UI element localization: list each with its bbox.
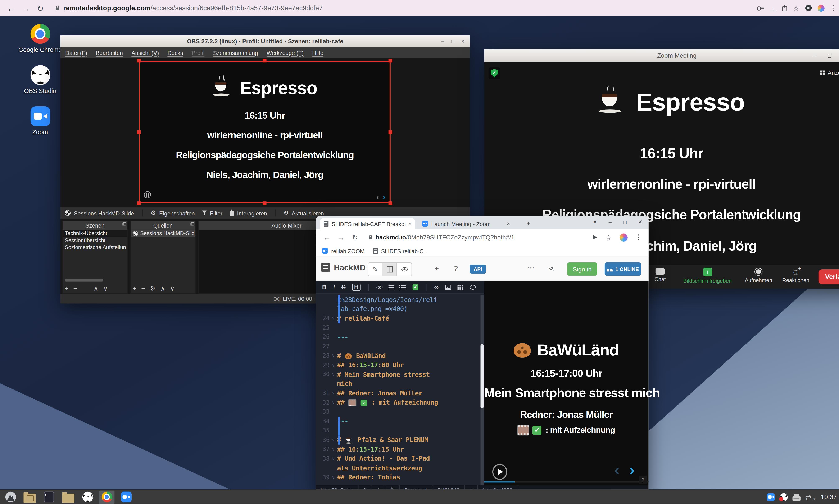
next-slide-icon[interactable]: ›	[629, 461, 635, 479]
taskbar-screenshot-folder-icon[interactable]	[22, 490, 37, 504]
obs-menu-werkzeuge-t[interactable]: Werkzeuge (T)	[267, 50, 304, 56]
close-icon[interactable]: ×	[461, 38, 464, 44]
fold-chevron-icon[interactable]: ∨	[329, 363, 337, 367]
maximize-icon[interactable]: □	[451, 38, 454, 44]
tray-printer-icon[interactable]	[792, 496, 800, 501]
fold-chevron-icon[interactable]: ∨	[329, 316, 337, 321]
scenes-panel-header[interactable]: Szenen	[63, 221, 127, 230]
online-count-button[interactable]: 1 ONLINE	[605, 263, 641, 276]
forward-icon[interactable]	[22, 4, 30, 12]
transform-handle[interactable]	[137, 130, 141, 134]
sign-in-button[interactable]: Sign in	[567, 263, 597, 276]
strike-icon[interactable]	[341, 284, 346, 290]
scene-item[interactable]: Sessionübersicht	[63, 237, 127, 244]
new-note-button[interactable]: +	[434, 264, 439, 272]
sources-remove-button[interactable]: −	[141, 285, 145, 292]
scenes-up-button[interactable]: ∧	[94, 285, 98, 292]
zoom-aufnehmen-button[interactable]: Aufnehmen	[745, 268, 772, 283]
transform-handle[interactable]	[263, 201, 267, 205]
image-icon[interactable]	[445, 285, 451, 290]
mode-split-button[interactable]	[383, 263, 397, 276]
ol-icon[interactable]	[400, 285, 406, 289]
slide-next-icon[interactable]: ›	[383, 193, 385, 201]
chevron-down-icon[interactable]: ∨	[593, 219, 597, 224]
fold-chevron-icon[interactable]: ∨	[329, 475, 337, 480]
obs-menu-datei-f[interactable]: Datei (F)	[65, 50, 87, 56]
tray-zoom-icon[interactable]	[767, 493, 775, 501]
taskbar-terminal-icon[interactable]	[41, 490, 57, 504]
zoom-bildschirm-freigeben-button[interactable]: Bildschirm freigeben	[683, 268, 732, 284]
obs-dock-eigenschaften[interactable]: Eigenschaften	[151, 210, 195, 216]
download-icon[interactable]	[770, 5, 776, 11]
obs-menu-ansicht-v[interactable]: Ansicht (V)	[132, 50, 159, 56]
desktop-icon-obs-studio[interactable]: OBS Studio	[16, 65, 64, 94]
bookmark-slides-relilab-c[interactable]: SLIDES relilab-C...	[373, 248, 428, 254]
sources-down-button[interactable]: ∨	[170, 285, 174, 292]
obs-preview-canvas[interactable]: Espresso 16:15 Uhr wirlernenonline - rpi…	[139, 61, 391, 203]
undock-icon[interactable]	[190, 223, 193, 226]
tray-obs-tray-icon[interactable]	[780, 493, 788, 501]
back-icon[interactable]	[7, 4, 15, 12]
scene-item[interactable]: Soziometrische Aufstellun	[63, 244, 127, 251]
reload-icon[interactable]	[37, 4, 44, 12]
key-icon[interactable]	[757, 5, 764, 11]
sources-gear-button[interactable]: ⚙	[150, 285, 156, 292]
mode-edit-button[interactable]: ✎	[368, 263, 382, 276]
taskbar-launcher-icon[interactable]	[3, 490, 18, 504]
table-icon[interactable]	[458, 285, 463, 290]
scenes-add-button[interactable]: +	[65, 285, 68, 292]
reload-icon[interactable]	[352, 234, 358, 241]
heading-icon[interactable]	[352, 284, 361, 291]
transform-handle[interactable]	[137, 59, 141, 62]
close-icon[interactable]: ×	[638, 218, 642, 226]
horizontal-scrollbar[interactable]	[65, 279, 103, 282]
scenes-down-button[interactable]: ∨	[103, 285, 108, 292]
obs-menu-szenensammlung[interactable]: Szenensammlung	[213, 50, 258, 56]
editor-scrollbar-thumb[interactable]	[481, 344, 484, 408]
maximize-icon[interactable]: □	[623, 219, 627, 224]
back-icon[interactable]	[323, 234, 330, 241]
undock-icon[interactable]	[122, 223, 125, 226]
slide-prev-icon[interactable]: ‹	[377, 193, 379, 201]
minimize-icon[interactable]: –	[441, 38, 444, 44]
taskbar-chrome-icon[interactable]	[99, 490, 115, 504]
transform-handle[interactable]	[389, 130, 392, 134]
address-bar[interactable]: hackmd.io/0Moh79SUTFCZoZzympwlTQ?both#/1	[369, 234, 514, 240]
fold-chevron-icon[interactable]: ∨	[329, 353, 337, 358]
minimize-icon[interactable]: –	[609, 219, 612, 224]
bookmark-star-icon[interactable]	[605, 234, 612, 241]
sources-panel-header[interactable]: Quellen	[131, 221, 195, 230]
play-button[interactable]	[492, 464, 507, 480]
transform-handle[interactable]	[389, 201, 392, 205]
markdown-editor[interactable]: k%2BDesign/Logos/Icons/reli lab-cafe.png…	[316, 281, 484, 485]
bookmark-relilab-zoom[interactable]: relilab ZOOM	[322, 248, 365, 254]
fold-chevron-icon[interactable]: ∨	[329, 437, 337, 442]
desktop-icon-google-chrome[interactable]: Google Chrome	[16, 24, 64, 53]
check-icon[interactable]	[413, 284, 419, 290]
menu-dots-icon[interactable]	[833, 7, 834, 8]
tab-close-icon[interactable]: ×	[507, 221, 510, 227]
bold-icon[interactable]	[322, 284, 327, 290]
obs-menu-docks[interactable]: Docks	[167, 50, 183, 56]
tray-network-icon[interactable]	[805, 493, 815, 501]
sources-up-button[interactable]: ∧	[160, 285, 165, 292]
pause-icon[interactable]	[144, 192, 151, 198]
transform-handle[interactable]	[389, 59, 392, 62]
transform-handle[interactable]	[263, 59, 267, 62]
tab-close-icon[interactable]: ×	[408, 221, 412, 227]
scenes-remove-button[interactable]: −	[73, 285, 77, 292]
browser-tab-slides-relilab-caf-breakou[interactable]: SLIDES relilab-CAFÉ Breakou ×	[320, 218, 415, 229]
taskbar-zoom-icon[interactable]	[118, 490, 134, 504]
fold-chevron-icon[interactable]: ∨	[329, 391, 337, 396]
profile-avatar[interactable]	[619, 233, 628, 241]
extensions-icon[interactable]	[805, 5, 812, 12]
obs-dock-aktualisieren[interactable]: Aktualisieren	[284, 210, 324, 216]
status-pin-icon[interactable]	[359, 485, 371, 489]
browser-tab-launch-meeting-zoom[interactable]: Launch Meeting - Zoom ×	[418, 218, 514, 229]
prev-slide-icon[interactable]: ‹	[614, 461, 620, 479]
taskbar-files-icon[interactable]	[61, 490, 76, 504]
profile-avatar[interactable]	[818, 5, 824, 12]
address-bar[interactable]: remotedesktop.google.com/access/session/…	[55, 4, 323, 12]
fold-chevron-icon[interactable]: ∨	[329, 372, 337, 377]
desktop-icon-zoom[interactable]: Zoom	[16, 106, 64, 135]
